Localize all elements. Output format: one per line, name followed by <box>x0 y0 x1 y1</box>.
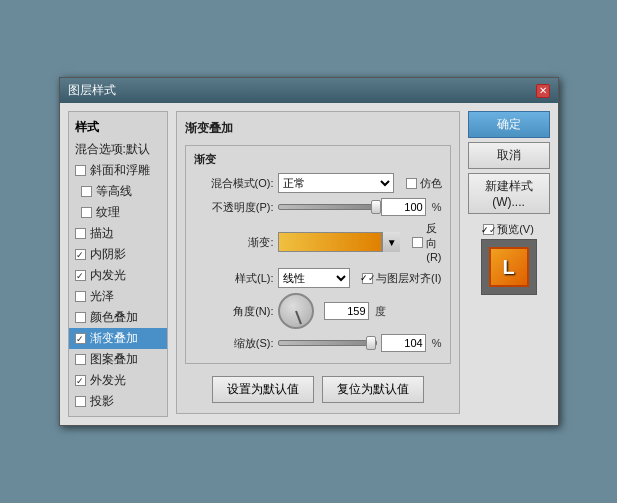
opacity-control <box>278 204 377 210</box>
opacity-slider-thumb[interactable] <box>371 200 381 214</box>
inner-glow-checkbox[interactable]: ✓ <box>75 270 86 281</box>
sidebar-item-inner-glow[interactable]: ✓ 内发光 <box>69 265 167 286</box>
align-label: 与图层对齐(I) <box>376 271 441 286</box>
sidebar-item-texture[interactable]: 纹理 <box>69 202 167 223</box>
sidebar-item-drop-shadow[interactable]: 投影 <box>69 391 167 412</box>
pattern-overlay-checkbox[interactable] <box>75 354 86 365</box>
gradient-overlay-checkbox[interactable]: ✓ <box>75 333 86 344</box>
angle-input[interactable] <box>324 302 369 320</box>
scale-row: 缩放(S): % <box>194 334 442 352</box>
sidebar-item-color-overlay[interactable]: 颜色叠加 <box>69 307 167 328</box>
opacity-slider-row <box>278 204 377 210</box>
fake-color-label: 仿色 <box>420 176 442 191</box>
sidebar-item-inner-shadow[interactable]: ✓ 内阴影 <box>69 244 167 265</box>
preview-icon-letter: L <box>502 256 514 279</box>
preview-checkbox[interactable]: ✓ <box>483 224 494 235</box>
sidebar-label-texture: 纹理 <box>96 204 120 221</box>
satin-checkbox[interactable] <box>75 291 86 302</box>
sidebar-item-satin[interactable]: 光泽 <box>69 286 167 307</box>
gradient-overlay-panel: 渐变叠加 渐变 混合模式(O): 正常 仿色 <box>176 111 460 414</box>
dialog-body: 样式 混合选项:默认 斜面和浮雕 等高线 纹理 描边 ✓ <box>60 103 558 425</box>
sidebar-item-pattern-overlay[interactable]: 图案叠加 <box>69 349 167 370</box>
scale-unit: % <box>432 337 442 349</box>
cancel-button[interactable]: 取消 <box>468 142 550 169</box>
style-select[interactable]: 线性 <box>278 268 351 288</box>
color-overlay-checkbox[interactable] <box>75 312 86 323</box>
sidebar-item-blending[interactable]: 混合选项:默认 <box>69 139 167 160</box>
sidebar-label-gradient-overlay: 渐变叠加 <box>90 330 138 347</box>
scale-input[interactable] <box>381 334 426 352</box>
fake-color-row: 仿色 <box>406 176 442 191</box>
sidebar-item-stroke[interactable]: 描边 <box>69 223 167 244</box>
layer-style-dialog: 图层样式 ✕ 样式 混合选项:默认 斜面和浮雕 等高线 纹理 <box>59 77 559 426</box>
scale-slider-track[interactable] <box>278 340 377 346</box>
opacity-slider-track[interactable] <box>278 204 377 210</box>
right-panel: 确定 取消 新建样式(W).... ✓ 预览(V) L <box>468 111 550 417</box>
angle-unit: 度 <box>375 304 386 319</box>
contour-checkbox[interactable] <box>81 186 92 197</box>
drop-shadow-checkbox[interactable] <box>75 396 86 407</box>
sidebar-label-pattern-overlay: 图案叠加 <box>90 351 138 368</box>
blend-mode-row: 混合模式(O): 正常 仿色 <box>194 173 442 193</box>
sidebar-label-inner-glow: 内发光 <box>90 267 126 284</box>
sidebar-label-styles: 样式 <box>75 119 99 136</box>
sidebar-label-blending: 混合选项:默认 <box>75 141 150 158</box>
fake-color-checkbox[interactable] <box>406 178 417 189</box>
sidebar-label-outer-glow: 外发光 <box>90 372 126 389</box>
angle-row: 角度(N): 度 <box>194 293 442 329</box>
align-row: ✓ 与图层对齐(I) <box>362 271 441 286</box>
gradient-preview-box[interactable] <box>278 232 383 252</box>
inner-shadow-checkbox[interactable]: ✓ <box>75 249 86 260</box>
opacity-input[interactable] <box>381 198 426 216</box>
angle-label: 角度(N): <box>194 304 274 319</box>
set-default-button[interactable]: 设置为默认值 <box>212 376 314 403</box>
new-style-button[interactable]: 新建样式(W).... <box>468 173 550 214</box>
ok-button[interactable]: 确定 <box>468 111 550 138</box>
reverse-row: 反向(R) <box>412 221 441 263</box>
sidebar-item-outer-glow[interactable]: ✓ 外发光 <box>69 370 167 391</box>
reset-default-button[interactable]: 复位为默认值 <box>322 376 424 403</box>
panel-title: 渐变叠加 <box>185 120 451 137</box>
preview-label: 预览(V) <box>497 222 534 237</box>
angle-dial[interactable] <box>278 293 314 329</box>
reverse-label: 反向(R) <box>426 221 441 263</box>
sidebar-label-color-overlay: 颜色叠加 <box>90 309 138 326</box>
sidebar-item-gradient-overlay[interactable]: ✓ 渐变叠加 <box>69 328 167 349</box>
style-label: 样式(L): <box>194 271 274 286</box>
blend-mode-control: 正常 <box>278 173 394 193</box>
preview-checkbox-row: ✓ 预览(V) <box>483 222 534 237</box>
sidebar-item-contour[interactable]: 等高线 <box>69 181 167 202</box>
sidebar-label-satin: 光泽 <box>90 288 114 305</box>
sidebar-label-contour: 等高线 <box>96 183 132 200</box>
texture-checkbox[interactable] <box>81 207 92 218</box>
dial-indicator <box>295 311 302 325</box>
preview-area: ✓ 预览(V) L <box>468 222 550 295</box>
bevel-checkbox[interactable] <box>75 165 86 176</box>
gradient-dropdown-arrow[interactable]: ▼ <box>382 232 400 252</box>
gradient-row: 渐变: ▼ 反向(R) <box>194 221 442 263</box>
sidebar-item-styles[interactable]: 样式 <box>69 116 167 139</box>
sidebar-label-bevel: 斜面和浮雕 <box>90 162 150 179</box>
dialog-title: 图层样式 <box>68 82 116 99</box>
opacity-row: 不透明度(P): % <box>194 198 442 216</box>
preview-icon-inner: L <box>489 247 529 287</box>
sidebar-item-bevel[interactable]: 斜面和浮雕 <box>69 160 167 181</box>
stroke-checkbox[interactable] <box>75 228 86 239</box>
reverse-checkbox[interactable] <box>412 237 423 248</box>
outer-glow-checkbox[interactable]: ✓ <box>75 375 86 386</box>
sidebar: 样式 混合选项:默认 斜面和浮雕 等高线 纹理 描边 ✓ <box>68 111 168 417</box>
blend-mode-label: 混合模式(O): <box>194 176 274 191</box>
sidebar-label-stroke: 描边 <box>90 225 114 242</box>
gradient-select-row: ▼ <box>278 232 401 252</box>
preview-icon: L <box>481 239 537 295</box>
align-checkbox[interactable]: ✓ <box>362 273 373 284</box>
close-button[interactable]: ✕ <box>536 84 550 98</box>
opacity-label: 不透明度(P): <box>194 200 274 215</box>
scale-slider-row <box>278 340 377 346</box>
scale-slider-thumb[interactable] <box>366 336 376 350</box>
main-content: 渐变叠加 渐变 混合模式(O): 正常 仿色 <box>176 111 460 417</box>
blend-mode-select[interactable]: 正常 <box>278 173 394 193</box>
title-bar: 图层样式 ✕ <box>60 78 558 103</box>
style-control: 线性 <box>278 268 351 288</box>
gradient-label: 渐变: <box>194 235 274 250</box>
